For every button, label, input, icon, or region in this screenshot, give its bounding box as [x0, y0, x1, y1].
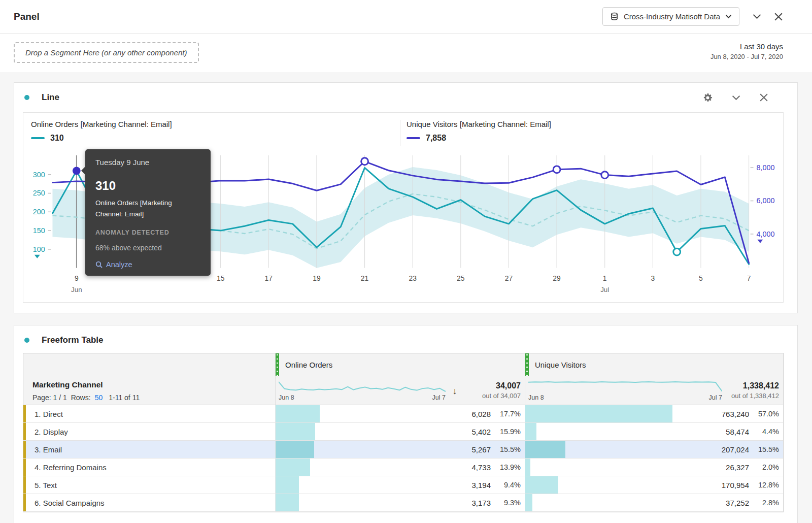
metric-cell[interactable]: 26,3272.0%: [525, 459, 783, 476]
metric-percent: 13.9%: [495, 463, 521, 471]
svg-text:19: 19: [313, 274, 321, 282]
row-label: 1. Direct: [35, 410, 63, 418]
row-label-cell[interactable]: 2. Display: [23, 423, 275, 440]
metric-cell[interactable]: 207,02415.5%: [525, 441, 783, 458]
row-label-cell[interactable]: 5. Text: [23, 476, 275, 494]
pager-rows-label: Rows:: [71, 394, 91, 402]
table-row[interactable]: 4. Referring Domains4,73313.9%26,3272.0%: [23, 459, 783, 476]
metric-cell[interactable]: 5,40215.9%: [275, 423, 525, 440]
column-summary-online-orders: Jun 8 Jul 7 ↓ 34,007 out of 34,007: [275, 376, 525, 405]
metric-cell[interactable]: 170,95412.8%: [525, 476, 783, 494]
chevron-down-icon: [725, 14, 732, 19]
metric-percent: 4.4%: [754, 428, 779, 436]
dimension-name: Marketing Channel: [32, 380, 275, 389]
magnifier-icon: [95, 261, 103, 268]
metric-bar: [276, 459, 310, 476]
spark-end-date: Jul 7: [709, 394, 722, 401]
svg-text:9: 9: [75, 274, 79, 282]
table-row[interactable]: 2. Display5,40215.9%58,4744.4%: [23, 423, 783, 441]
metric-percent: 9.3%: [495, 499, 521, 507]
dataset-label: Cross-Industry Matisoft Data: [624, 12, 720, 21]
segment-dropzone[interactable]: Drop a Segment Here (or any other compon…: [14, 42, 199, 63]
column-header-online-orders[interactable]: Online Orders: [275, 353, 525, 376]
metric-value: 763,240: [722, 410, 749, 418]
metric-value: 207,024: [722, 445, 749, 454]
chart-legend: Online Orders [Marketing Channel: Email]…: [23, 113, 783, 151]
close-panel-button[interactable]: [774, 13, 783, 21]
close-icon: [774, 13, 783, 21]
row-label-cell[interactable]: 1. Direct: [23, 405, 275, 422]
metric-cell[interactable]: 5,26715.5%: [275, 441, 525, 458]
metric-cell[interactable]: 3,1949.4%: [275, 476, 525, 494]
line-visualization-card: Line Online Orders [Marketing Channel: E…: [14, 82, 798, 313]
svg-text:300: 300: [33, 171, 45, 179]
sort-descending-icon[interactable]: ↓: [446, 380, 464, 402]
metric-bar: [525, 476, 558, 494]
visualization-title: Freeform Table: [42, 335, 768, 345]
tooltip-metric: Online Orders [Marketing Channel: Email]: [95, 198, 200, 220]
metric-bar: [525, 459, 530, 476]
table-pager: Page: 1 / 1 Rows: 50 1-11 of 11: [32, 394, 275, 402]
svg-text:200: 200: [33, 208, 45, 216]
metric-cell[interactable]: 4,73313.9%: [275, 459, 525, 476]
metric-cell[interactable]: 37,2522.8%: [525, 494, 783, 511]
column-total: 34,007: [464, 381, 521, 390]
visualization-dot-icon: [24, 95, 29, 100]
collapse-panel-button[interactable]: [753, 14, 761, 19]
freeform-table: Online Orders Unique Visitors Marketing …: [23, 353, 784, 512]
table-body: 1. Direct6,02817.7%763,24057.0%2. Displa…: [23, 405, 783, 512]
svg-text:8,000: 8,000: [756, 164, 774, 172]
metric-cell[interactable]: 3,1739.3%: [275, 494, 525, 511]
metric-bar: [276, 423, 315, 440]
svg-text:17: 17: [265, 274, 273, 282]
pager-range: 1-11 of 11: [109, 394, 140, 402]
column-summary-unique-visitors: Jun 8 Jul 7 1,338,412 out of 1,338,412: [525, 376, 783, 405]
svg-text:21: 21: [361, 274, 369, 282]
row-label-cell[interactable]: 4. Referring Domains: [23, 459, 275, 476]
panel-header: Panel Cross-Industry Matisoft Data: [0, 0, 812, 34]
metric-value: 170,954: [722, 481, 749, 489]
date-range-label: Last 30 days: [710, 42, 783, 51]
table-row[interactable]: 1. Direct6,02817.7%763,24057.0%: [23, 405, 783, 423]
dataset-selector[interactable]: Cross-Industry Matisoft Data: [602, 7, 739, 26]
settings-gear-icon[interactable]: [703, 93, 713, 103]
row-label-cell[interactable]: 3. Email: [23, 441, 275, 458]
table-corner-cell: [23, 353, 275, 376]
analyze-link[interactable]: Analyze: [95, 260, 200, 269]
metric-cell[interactable]: 763,24057.0%: [525, 405, 783, 422]
legend-unique-visitors[interactable]: Unique Visitors [Marketing Channel: Emai…: [407, 120, 775, 143]
column-drag-handle-icon[interactable]: [525, 353, 529, 376]
column-drag-handle-icon[interactable]: [276, 353, 279, 376]
collapse-visualization-button[interactable]: [732, 95, 740, 101]
date-range-picker[interactable]: Last 30 days Jun 8, 2020 - Jul 7, 2020: [710, 42, 783, 60]
row-label-cell[interactable]: 6. Social Campaigns: [23, 494, 275, 511]
metric-value: 5,402: [471, 428, 491, 436]
metric-cell[interactable]: 6,02817.7%: [275, 405, 525, 422]
column-name: Online Orders: [285, 361, 332, 369]
svg-text:5: 5: [699, 274, 703, 282]
metric-bar: [525, 423, 536, 440]
metric-bar: [276, 441, 314, 458]
row-label: 6. Social Campaigns: [35, 499, 105, 507]
table-row[interactable]: 6. Social Campaigns3,1739.3%37,2522.8%: [23, 494, 783, 512]
table-row[interactable]: 3. Email5,26715.5%207,02415.5%: [23, 441, 783, 459]
metric-cell[interactable]: 58,4744.4%: [525, 423, 783, 440]
table-row[interactable]: 5. Text3,1949.4%170,95412.8%: [23, 476, 783, 494]
database-icon: [610, 12, 619, 21]
tooltip-anomaly-detail: 68% above expected: [95, 244, 200, 252]
column-header-unique-visitors[interactable]: Unique Visitors: [525, 353, 783, 376]
row-label: 3. Email: [35, 445, 62, 454]
metric-value: 3,194: [471, 481, 491, 489]
close-visualization-button[interactable]: [760, 93, 768, 102]
pager-rows-link[interactable]: 50: [95, 394, 103, 402]
svg-text:150: 150: [33, 226, 45, 235]
metric-percent: 15.5%: [754, 445, 779, 453]
legend-online-orders[interactable]: Online Orders [Marketing Channel: Email]…: [31, 120, 400, 143]
svg-text:3: 3: [651, 274, 655, 282]
svg-text:Jun: Jun: [71, 286, 82, 293]
dimension-header[interactable]: Marketing Channel Page: 1 / 1 Rows: 50 1…: [23, 376, 275, 405]
spark-end-date: Jul 7: [432, 394, 446, 401]
freeform-table-card: Freeform Table Online Orders Unique Visi…: [14, 325, 798, 523]
metric-value: 37,252: [726, 499, 749, 507]
svg-text:27: 27: [505, 274, 513, 282]
